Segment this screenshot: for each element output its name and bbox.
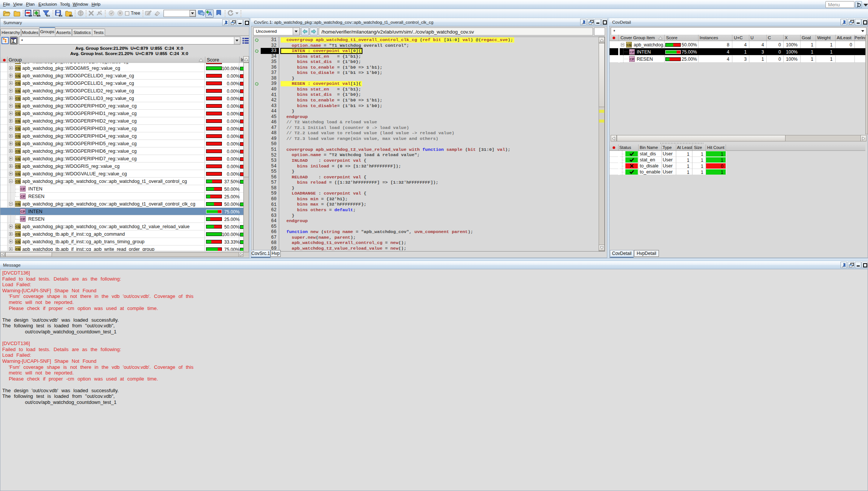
svg-text:Ex: Ex — [29, 14, 32, 17]
svg-text:Ex: Ex — [46, 14, 50, 17]
svg-text:A: A — [208, 10, 212, 17]
svg-text:Ex: Ex — [37, 14, 41, 17]
svg-text:Ex: Ex — [69, 14, 73, 17]
svg-text:Ex: Ex — [59, 14, 63, 17]
